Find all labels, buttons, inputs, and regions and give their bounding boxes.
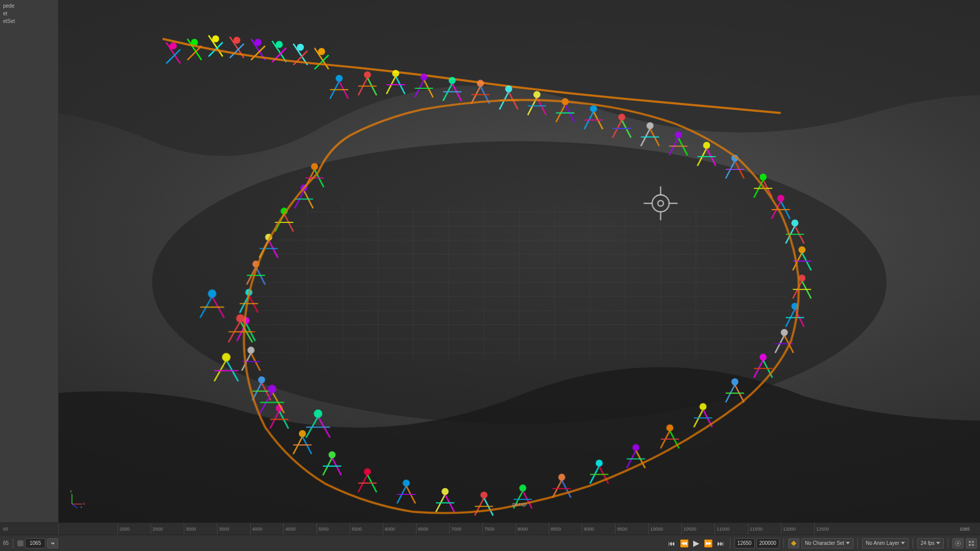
svg-point-270 bbox=[957, 542, 959, 544]
next-key-button[interactable]: ⏩ bbox=[702, 539, 714, 547]
svg-point-105 bbox=[703, 142, 710, 149]
character-set-chevron bbox=[846, 542, 850, 544]
svg-point-177 bbox=[442, 488, 449, 495]
extra-button-1[interactable] bbox=[952, 538, 964, 548]
key-icon bbox=[51, 541, 55, 546]
max-frame-display[interactable]: 200000 bbox=[756, 538, 779, 548]
frame-numbers-section: 12650 200000 bbox=[734, 538, 779, 548]
svg-point-245 bbox=[222, 353, 231, 362]
svg-rect-273 bbox=[969, 544, 971, 546]
svg-text:Y: Y bbox=[70, 490, 72, 493]
svg-point-125 bbox=[798, 246, 805, 254]
svg-point-249 bbox=[268, 385, 277, 393]
separator-3 bbox=[783, 538, 784, 548]
svg-rect-274 bbox=[972, 544, 974, 546]
svg-point-57 bbox=[364, 71, 371, 79]
svg-marker-268 bbox=[791, 541, 796, 546]
svg-point-161 bbox=[596, 460, 603, 467]
fps-dropdown[interactable]: 24 fps bbox=[917, 538, 944, 548]
timeline-tick-7000: 7000 bbox=[449, 523, 482, 535]
character-set-label: No Character Set bbox=[805, 540, 844, 546]
svg-point-43 bbox=[276, 41, 283, 48]
svg-point-49 bbox=[318, 48, 325, 55]
timeline-tick-11500: 11500 bbox=[748, 523, 781, 535]
svg-point-77 bbox=[505, 85, 512, 92]
svg-point-169 bbox=[520, 484, 527, 491]
svg-point-201 bbox=[258, 377, 265, 384]
svg-point-34 bbox=[212, 35, 219, 42]
terrain-background bbox=[59, 0, 980, 522]
svg-point-141 bbox=[760, 354, 767, 361]
svg-text:X: X bbox=[83, 502, 86, 506]
go-end-button[interactable]: ⏭ bbox=[716, 539, 726, 547]
prev-key-button[interactable]: ⏪ bbox=[678, 539, 690, 547]
sidebar-item-pede[interactable]: pede bbox=[0, 2, 58, 10]
total-frames-display[interactable]: 12650 bbox=[734, 538, 755, 548]
axis-indicator: X Y Z bbox=[68, 488, 88, 508]
anim-layer-dropdown[interactable]: No Anim Layer bbox=[862, 538, 909, 548]
separator-5 bbox=[913, 538, 913, 548]
svg-point-28 bbox=[170, 42, 177, 49]
svg-point-113 bbox=[760, 173, 767, 181]
svg-point-193 bbox=[299, 430, 306, 437]
svg-point-185 bbox=[364, 468, 371, 475]
svg-point-157 bbox=[632, 444, 640, 451]
svg-point-205 bbox=[248, 346, 255, 354]
frame-end-indicator: 1065 bbox=[960, 527, 970, 532]
current-frame-display[interactable]: 1065 bbox=[25, 538, 45, 548]
timeline-tick-10500: 10500 bbox=[681, 523, 715, 535]
sidebar-item-etset[interactable]: etSet bbox=[0, 17, 58, 25]
svg-text:Z: Z bbox=[80, 506, 82, 508]
separator-1 bbox=[13, 538, 13, 548]
extra-button-2[interactable] bbox=[966, 538, 977, 548]
go-start-button[interactable]: ⏮ bbox=[667, 539, 677, 547]
timeline-tick-2000: 2000 bbox=[117, 523, 151, 535]
svg-point-149 bbox=[699, 403, 706, 410]
svg-point-46 bbox=[297, 44, 304, 51]
separator-4 bbox=[857, 538, 858, 548]
main-area: pede et etSet bbox=[0, 0, 980, 522]
fps-label: 24 fps bbox=[921, 540, 935, 546]
svg-point-137 bbox=[781, 329, 788, 336]
key-frame-button[interactable] bbox=[788, 538, 799, 548]
character-set-dropdown[interactable]: No Character Set bbox=[801, 538, 853, 548]
fps-chevron bbox=[936, 542, 940, 544]
timeline-ruler[interactable]: 2000 2500 3000 3500 4000 4500 5000 5500 bbox=[117, 523, 980, 535]
expand-icon bbox=[968, 540, 974, 546]
svg-line-264 bbox=[72, 504, 80, 508]
timeline-tick-9000: 9000 bbox=[582, 523, 615, 535]
sidebar: pede et etSet bbox=[0, 0, 59, 522]
svg-point-101 bbox=[675, 131, 682, 138]
svg-point-40 bbox=[255, 39, 262, 46]
play-button[interactable]: ▶ bbox=[692, 538, 701, 548]
auto-key-button[interactable] bbox=[47, 538, 58, 548]
timeline-tick-5500: 5500 bbox=[350, 523, 383, 535]
timeline-tick-12000: 12000 bbox=[781, 523, 814, 535]
timeline-tick-11000: 11000 bbox=[715, 523, 748, 535]
frame-color-box bbox=[17, 540, 23, 546]
timeline-bar[interactable]: 65 2000 2500 3000 3500 4000 4500 5000 bbox=[0, 522, 980, 535]
svg-point-173 bbox=[480, 491, 487, 498]
viewport[interactable]: X Y Z persp bbox=[59, 0, 980, 522]
svg-point-165 bbox=[558, 474, 566, 481]
timeline-tick-8500: 8500 bbox=[549, 523, 582, 535]
svg-point-69 bbox=[449, 77, 456, 84]
svg-point-37 bbox=[233, 37, 240, 44]
keyframe-icon bbox=[791, 540, 797, 546]
app-container: pede et etSet bbox=[0, 0, 980, 551]
bottom-toolbar: 65 1065 ⏮ ⏪ ▶ ⏩ ⏭ 12650 200000 bbox=[0, 535, 980, 551]
separator-2 bbox=[730, 538, 730, 548]
timeline-tick-2500: 2500 bbox=[151, 523, 184, 535]
svg-point-65 bbox=[421, 73, 428, 81]
svg-point-89 bbox=[590, 105, 597, 112]
separator-6 bbox=[948, 538, 948, 548]
timeline-tick-5000: 5000 bbox=[316, 523, 350, 535]
sidebar-item-et[interactable]: et bbox=[0, 10, 58, 17]
svg-point-267 bbox=[53, 542, 54, 544]
svg-point-81 bbox=[533, 91, 541, 98]
svg-point-53 bbox=[336, 75, 343, 82]
svg-point-97 bbox=[647, 122, 654, 129]
svg-point-241 bbox=[236, 314, 245, 323]
svg-point-181 bbox=[403, 480, 410, 487]
timeline-tick-6500: 6500 bbox=[416, 523, 449, 535]
